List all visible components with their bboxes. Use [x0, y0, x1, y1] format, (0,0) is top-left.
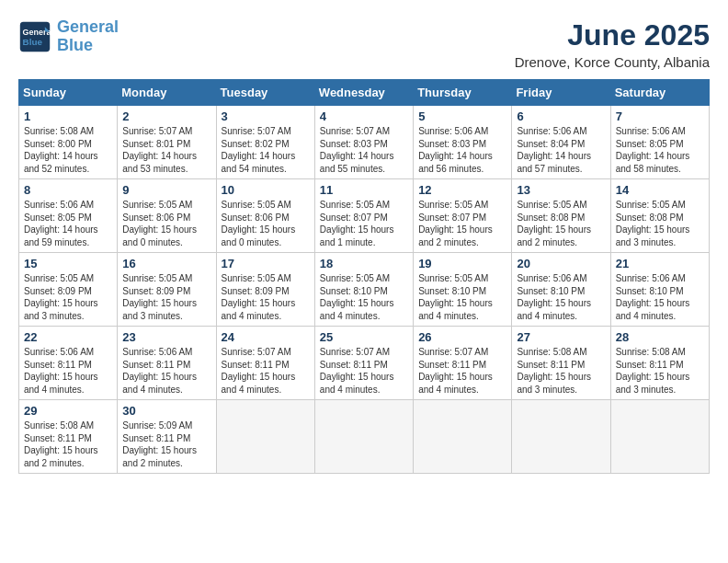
- week-row-3: 15Sunrise: 5:05 AM Sunset: 8:09 PM Dayli…: [19, 253, 710, 327]
- day-number: 27: [517, 330, 605, 344]
- day-info: Sunrise: 5:07 AM Sunset: 8:11 PM Dayligh…: [222, 346, 310, 396]
- day-number: 26: [418, 330, 506, 344]
- day-number: 20: [517, 257, 605, 270]
- day-number: 14: [616, 183, 704, 197]
- logo-line1: General: [57, 17, 119, 36]
- weekday-header-wednesday: Wednesday: [314, 80, 413, 106]
- day-info: Sunrise: 5:07 AM Sunset: 8:01 PM Dayligh…: [122, 125, 210, 175]
- day-number: 1: [24, 109, 112, 123]
- day-number: 17: [222, 257, 310, 270]
- calendar-cell: 4Sunrise: 5:07 AM Sunset: 8:03 PM Daylig…: [314, 106, 413, 179]
- day-number: 2: [122, 109, 210, 123]
- calendar-title: June 2025: [515, 18, 710, 52]
- calendar-cell: 15Sunrise: 5:05 AM Sunset: 8:09 PM Dayli…: [19, 253, 118, 327]
- day-info: Sunrise: 5:05 AM Sunset: 8:10 PM Dayligh…: [320, 272, 408, 322]
- day-info: Sunrise: 5:06 AM Sunset: 8:11 PM Dayligh…: [24, 346, 112, 396]
- weekday-header-row: SundayMondayTuesdayWednesdayThursdayFrid…: [19, 80, 710, 106]
- calendar-cell: 24Sunrise: 5:07 AM Sunset: 8:11 PM Dayli…: [216, 327, 314, 400]
- day-number: 25: [320, 330, 408, 344]
- day-number: 9: [122, 183, 210, 197]
- calendar-cell: 6Sunrise: 5:06 AM Sunset: 8:04 PM Daylig…: [512, 106, 610, 179]
- day-info: Sunrise: 5:05 AM Sunset: 8:06 PM Dayligh…: [222, 199, 310, 248]
- week-row-5: 29Sunrise: 5:08 AM Sunset: 8:11 PM Dayli…: [19, 400, 710, 474]
- weekday-header-tuesday: Tuesday: [216, 80, 314, 106]
- day-info: Sunrise: 5:06 AM Sunset: 8:05 PM Dayligh…: [616, 125, 704, 175]
- day-info: Sunrise: 5:08 AM Sunset: 8:11 PM Dayligh…: [517, 346, 605, 396]
- calendar-cell: [512, 400, 610, 474]
- day-info: Sunrise: 5:08 AM Sunset: 8:00 PM Dayligh…: [24, 125, 112, 175]
- day-info: Sunrise: 5:05 AM Sunset: 8:09 PM Dayligh…: [222, 272, 310, 322]
- day-info: Sunrise: 5:06 AM Sunset: 8:04 PM Dayligh…: [517, 125, 605, 175]
- calendar-cell: 5Sunrise: 5:06 AM Sunset: 8:03 PM Daylig…: [414, 106, 512, 179]
- calendar-cell: 12Sunrise: 5:05 AM Sunset: 8:07 PM Dayli…: [414, 179, 512, 253]
- calendar-cell: 25Sunrise: 5:07 AM Sunset: 8:11 PM Dayli…: [314, 327, 413, 400]
- calendar-cell: 13Sunrise: 5:05 AM Sunset: 8:08 PM Dayli…: [512, 179, 610, 253]
- day-info: Sunrise: 5:07 AM Sunset: 8:02 PM Dayligh…: [222, 125, 310, 175]
- calendar-cell: 8Sunrise: 5:06 AM Sunset: 8:05 PM Daylig…: [19, 179, 118, 253]
- calendar-table: SundayMondayTuesdayWednesdayThursdayFrid…: [18, 79, 710, 474]
- logo-text: General Blue: [57, 18, 119, 55]
- day-number: 7: [616, 109, 704, 123]
- calendar-cell: 30Sunrise: 5:09 AM Sunset: 8:11 PM Dayli…: [118, 400, 216, 474]
- calendar-cell: 18Sunrise: 5:05 AM Sunset: 8:10 PM Dayli…: [314, 253, 413, 327]
- day-number: 11: [320, 183, 408, 197]
- weekday-header-friday: Friday: [512, 80, 610, 106]
- weekday-header-thursday: Thursday: [414, 80, 512, 106]
- day-number: 30: [122, 404, 210, 418]
- day-info: Sunrise: 5:05 AM Sunset: 8:08 PM Dayligh…: [517, 199, 605, 248]
- calendar-cell: 23Sunrise: 5:06 AM Sunset: 8:11 PM Dayli…: [118, 327, 216, 400]
- calendar-cell: [610, 400, 709, 474]
- day-info: Sunrise: 5:08 AM Sunset: 8:11 PM Dayligh…: [24, 419, 112, 469]
- week-row-1: 1Sunrise: 5:08 AM Sunset: 8:00 PM Daylig…: [19, 106, 710, 179]
- day-info: Sunrise: 5:07 AM Sunset: 8:11 PM Dayligh…: [418, 346, 506, 396]
- calendar-cell: 22Sunrise: 5:06 AM Sunset: 8:11 PM Dayli…: [19, 327, 118, 400]
- day-info: Sunrise: 5:06 AM Sunset: 8:10 PM Dayligh…: [517, 272, 605, 322]
- svg-text:Blue: Blue: [23, 37, 43, 47]
- calendar-cell: 14Sunrise: 5:05 AM Sunset: 8:08 PM Dayli…: [610, 179, 709, 253]
- calendar-cell: 27Sunrise: 5:08 AM Sunset: 8:11 PM Dayli…: [512, 327, 610, 400]
- day-info: Sunrise: 5:07 AM Sunset: 8:03 PM Dayligh…: [320, 125, 408, 175]
- day-number: 18: [320, 257, 408, 270]
- day-info: Sunrise: 5:05 AM Sunset: 8:09 PM Dayligh…: [24, 272, 112, 322]
- weekday-header-monday: Monday: [118, 80, 216, 106]
- calendar-cell: 10Sunrise: 5:05 AM Sunset: 8:06 PM Dayli…: [216, 179, 314, 253]
- day-number: 4: [320, 109, 408, 123]
- day-info: Sunrise: 5:06 AM Sunset: 8:11 PM Dayligh…: [122, 346, 210, 396]
- calendar-cell: 2Sunrise: 5:07 AM Sunset: 8:01 PM Daylig…: [118, 106, 216, 179]
- weekday-header-sunday: Sunday: [19, 80, 118, 106]
- calendar-cell: [414, 400, 512, 474]
- day-number: 24: [222, 330, 310, 344]
- calendar-cell: 7Sunrise: 5:06 AM Sunset: 8:05 PM Daylig…: [610, 106, 709, 179]
- day-number: 3: [222, 109, 310, 123]
- logo-line2: Blue: [57, 36, 93, 54]
- calendar-cell: 16Sunrise: 5:05 AM Sunset: 8:09 PM Dayli…: [118, 253, 216, 327]
- day-number: 29: [24, 404, 112, 418]
- day-info: Sunrise: 5:05 AM Sunset: 8:10 PM Dayligh…: [418, 272, 506, 322]
- calendar-cell: [314, 400, 413, 474]
- day-number: 12: [418, 183, 506, 197]
- day-info: Sunrise: 5:05 AM Sunset: 8:07 PM Dayligh…: [418, 199, 506, 248]
- day-info: Sunrise: 5:08 AM Sunset: 8:11 PM Dayligh…: [616, 346, 704, 396]
- calendar-cell: 28Sunrise: 5:08 AM Sunset: 8:11 PM Dayli…: [610, 327, 709, 400]
- calendar-cell: 26Sunrise: 5:07 AM Sunset: 8:11 PM Dayli…: [414, 327, 512, 400]
- day-info: Sunrise: 5:05 AM Sunset: 8:07 PM Dayligh…: [320, 199, 408, 248]
- day-info: Sunrise: 5:05 AM Sunset: 8:09 PM Dayligh…: [122, 272, 210, 322]
- day-number: 8: [24, 183, 112, 197]
- week-row-4: 22Sunrise: 5:06 AM Sunset: 8:11 PM Dayli…: [19, 327, 710, 400]
- day-number: 28: [616, 330, 704, 344]
- calendar-cell: [216, 400, 314, 474]
- calendar-cell: 11Sunrise: 5:05 AM Sunset: 8:07 PM Dayli…: [314, 179, 413, 253]
- day-number: 23: [122, 330, 210, 344]
- page-header: General Blue General Blue June 2025 Dren…: [18, 18, 710, 70]
- day-info: Sunrise: 5:05 AM Sunset: 8:06 PM Dayligh…: [122, 199, 210, 248]
- day-number: 10: [222, 183, 310, 197]
- title-area: June 2025 Drenove, Korce County, Albania: [515, 18, 710, 70]
- day-number: 19: [418, 257, 506, 270]
- day-number: 13: [517, 183, 605, 197]
- day-number: 22: [24, 330, 112, 344]
- day-number: 5: [418, 109, 506, 123]
- calendar-cell: 29Sunrise: 5:08 AM Sunset: 8:11 PM Dayli…: [19, 400, 118, 474]
- day-info: Sunrise: 5:05 AM Sunset: 8:08 PM Dayligh…: [616, 199, 704, 248]
- calendar-subtitle: Drenove, Korce County, Albania: [515, 54, 710, 70]
- calendar-cell: 3Sunrise: 5:07 AM Sunset: 8:02 PM Daylig…: [216, 106, 314, 179]
